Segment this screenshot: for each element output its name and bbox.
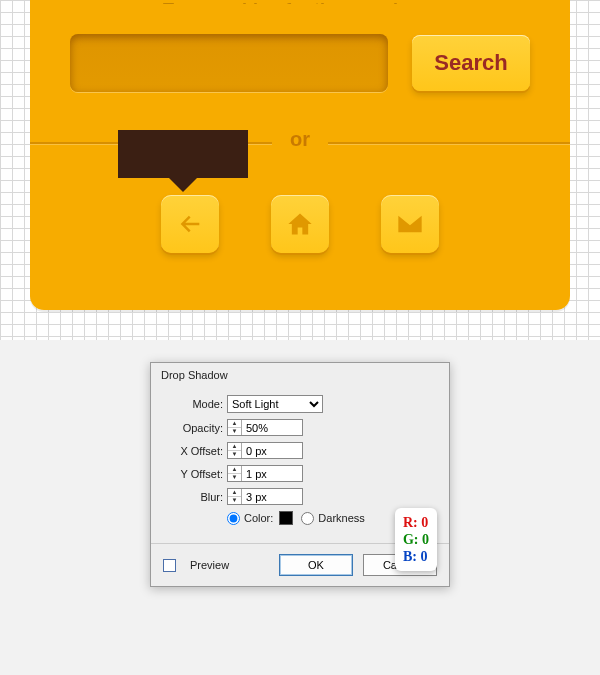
- blur-label: Blur:: [165, 491, 223, 503]
- chevron-down-icon[interactable]: ▼: [228, 497, 241, 504]
- prompt-text: Try searching for the page here:: [30, 0, 570, 4]
- mode-select[interactable]: Soft Light: [227, 395, 323, 413]
- drop-shadow-dialog: Drop Shadow Mode: Soft Light Opacity: ▲▼…: [150, 362, 450, 587]
- chevron-up-icon[interactable]: ▲: [228, 420, 241, 428]
- yoffset-input[interactable]: [242, 466, 302, 481]
- color-label: Color:: [244, 512, 273, 524]
- yoffset-stepper[interactable]: ▲▼: [227, 465, 303, 482]
- home-button[interactable]: [271, 195, 329, 253]
- chevron-up-icon[interactable]: ▲: [228, 489, 241, 497]
- yoffset-label: Y Offset:: [165, 468, 223, 480]
- opacity-input[interactable]: [242, 420, 302, 435]
- rgb-r: R: 0: [403, 514, 429, 531]
- blur-input[interactable]: [242, 489, 302, 504]
- arrow-left-icon: [176, 210, 204, 238]
- bottom-panel: Drop Shadow Mode: Soft Light Opacity: ▲▼…: [0, 340, 600, 675]
- chevron-down-icon[interactable]: ▼: [228, 451, 241, 458]
- xoffset-stepper[interactable]: ▲▼: [227, 442, 303, 459]
- tooltip-bubble: [118, 130, 248, 178]
- chevron-down-icon[interactable]: ▼: [228, 428, 241, 435]
- search-button[interactable]: Search: [412, 35, 530, 91]
- chevron-down-icon[interactable]: ▼: [228, 474, 241, 481]
- rgb-b: B: 0: [403, 548, 429, 565]
- darkness-radio[interactable]: [301, 512, 314, 525]
- search-row: Search: [30, 4, 570, 92]
- icon-button-row: [30, 195, 570, 253]
- or-label: or: [272, 128, 328, 151]
- preview-checkbox[interactable]: [163, 559, 176, 572]
- color-swatch[interactable]: [279, 511, 293, 525]
- ok-button[interactable]: OK: [279, 554, 353, 576]
- opacity-stepper[interactable]: ▲▼: [227, 419, 303, 436]
- design-canvas: Try searching for the page here: Search …: [0, 0, 600, 340]
- dialog-title: Drop Shadow: [151, 363, 449, 391]
- search-card: Try searching for the page here: Search …: [30, 0, 570, 310]
- mode-label: Mode:: [165, 398, 223, 410]
- chevron-up-icon[interactable]: ▲: [228, 466, 241, 474]
- envelope-icon: [396, 210, 424, 238]
- xoffset-label: X Offset:: [165, 445, 223, 457]
- color-radio[interactable]: [227, 512, 240, 525]
- darkness-label: Darkness: [318, 512, 364, 524]
- mail-button[interactable]: [381, 195, 439, 253]
- home-icon: [286, 210, 314, 238]
- xoffset-input[interactable]: [242, 443, 302, 458]
- blur-stepper[interactable]: ▲▼: [227, 488, 303, 505]
- rgb-g: G: 0: [403, 531, 429, 548]
- rgb-readout: R: 0 G: 0 B: 0: [395, 508, 437, 571]
- chevron-up-icon[interactable]: ▲: [228, 443, 241, 451]
- back-button[interactable]: [161, 195, 219, 253]
- opacity-label: Opacity:: [165, 422, 223, 434]
- search-input[interactable]: [70, 34, 388, 92]
- preview-label: Preview: [190, 559, 229, 571]
